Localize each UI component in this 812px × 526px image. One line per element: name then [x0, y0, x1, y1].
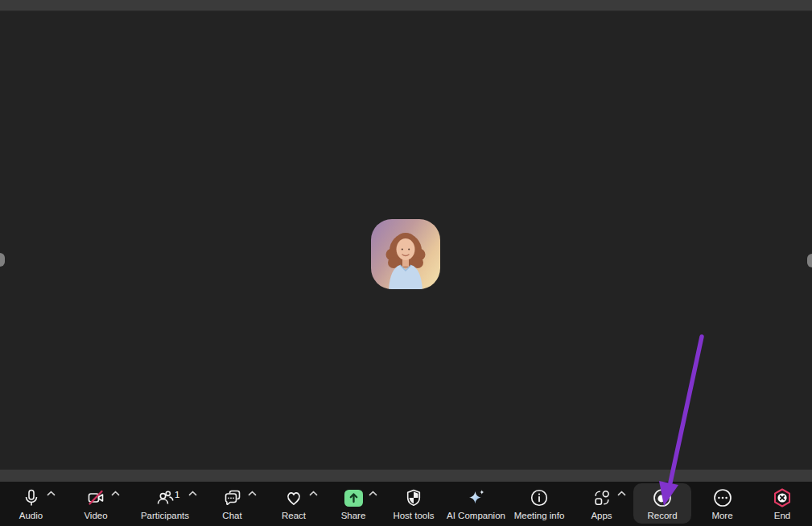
- toolbar-button-apps[interactable]: Apps: [571, 482, 633, 526]
- heart-icon: [284, 487, 303, 508]
- toolbar-button-label: Video: [84, 511, 107, 521]
- more-ellipsis-icon: [712, 487, 733, 508]
- chat-bubble-icon: [223, 487, 242, 508]
- ai-sparkle-icon: [466, 487, 487, 508]
- window-titlebar: [0, 0, 812, 11]
- chevron-up-icon[interactable]: [248, 491, 257, 496]
- toolbar-button-label: Meeting info: [514, 511, 565, 521]
- end-call-icon: [772, 487, 793, 508]
- toolbar-button-label: Share: [341, 511, 366, 521]
- shield-icon: [404, 487, 423, 508]
- toolbar-button-chat[interactable]: Chat: [200, 482, 264, 526]
- toolbar-button-meeting-info[interactable]: Meeting info: [508, 482, 571, 526]
- chevron-up-icon[interactable]: [369, 491, 377, 496]
- toolbar-button-label: Chat: [222, 511, 241, 521]
- apps-icon: [592, 487, 612, 508]
- toolbar-button-label: React: [282, 511, 306, 521]
- toolbar-button-label: AI Companion: [447, 511, 505, 521]
- toolbar-button-label: End: [774, 511, 790, 521]
- meeting-toolbar: Audio Video 1 Participa: [0, 482, 812, 526]
- share-screen-icon: [344, 487, 364, 508]
- toolbar-button-label: Record: [647, 511, 677, 521]
- chevron-up-icon[interactable]: [309, 491, 318, 496]
- woman-portrait-avatar: [371, 219, 440, 289]
- right-edge-handle[interactable]: [807, 254, 812, 267]
- participants-icon: [155, 487, 175, 508]
- toolbar-button-more[interactable]: More: [692, 482, 752, 526]
- toolbar-button-record[interactable]: Record: [633, 482, 692, 526]
- toolbar-button-end[interactable]: End: [752, 482, 812, 526]
- participants-count-badge: 1: [175, 490, 179, 499]
- toolbar-button-audio[interactable]: Audio: [0, 482, 62, 526]
- chevron-up-icon[interactable]: [111, 491, 120, 496]
- toolbar-button-participants[interactable]: 1 Participants: [130, 482, 200, 526]
- chevron-up-icon[interactable]: [47, 491, 56, 496]
- chevron-up-icon[interactable]: [188, 491, 197, 496]
- participant-avatar: [371, 219, 440, 289]
- info-circle-icon: [530, 487, 549, 508]
- toolbar-button-ai-companion[interactable]: AI Companion: [444, 482, 508, 526]
- left-edge-handle[interactable]: [0, 253, 5, 267]
- toolbar-button-host-tools[interactable]: Host tools: [383, 482, 444, 526]
- toolbar-button-label: More: [711, 511, 732, 521]
- video-off-icon: [86, 487, 105, 508]
- toolbar-button-react[interactable]: React: [264, 482, 324, 526]
- video-stage: Darya Nazarava: [0, 12, 812, 470]
- toolbar-button-label: Participants: [141, 511, 189, 521]
- toolbar-button-share[interactable]: Share: [324, 482, 383, 526]
- toolbar-button-label: Host tools: [393, 511, 434, 521]
- toolbar-button-label: Audio: [19, 511, 43, 521]
- record-icon: [652, 487, 673, 508]
- microphone-icon: [22, 487, 41, 508]
- toolbar-top-strip: [0, 470, 812, 482]
- toolbar-button-label: Apps: [591, 511, 612, 521]
- chevron-up-icon[interactable]: [617, 491, 626, 496]
- toolbar-button-video[interactable]: Video: [62, 482, 130, 526]
